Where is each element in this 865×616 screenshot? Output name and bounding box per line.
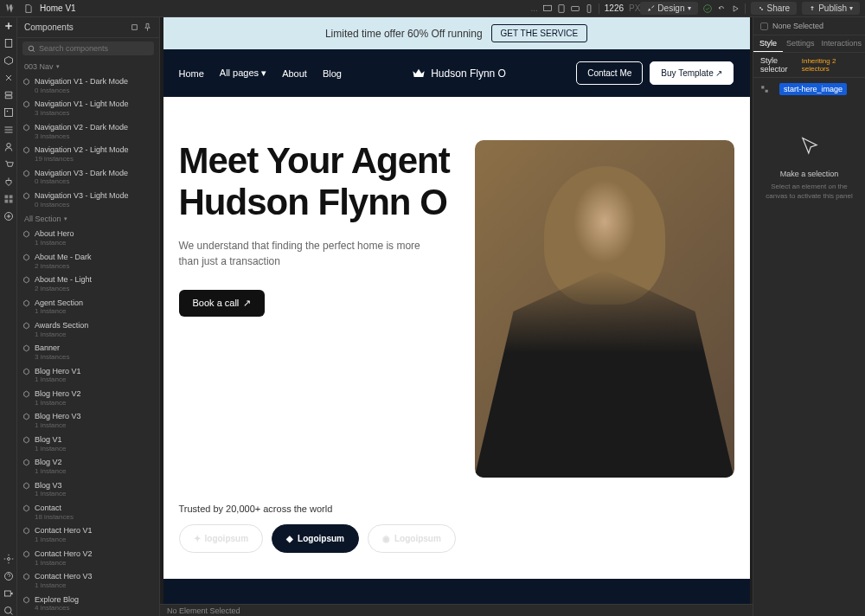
- assets-icon[interactable]: [3, 107, 14, 118]
- publish-button[interactable]: Publish▾: [802, 2, 860, 15]
- banner-cta-button[interactable]: GET THE SERVICE: [491, 24, 587, 42]
- create-component-icon[interactable]: [130, 22, 139, 32]
- canvas-width[interactable]: 1226: [605, 3, 624, 13]
- component-item[interactable]: About Hero1 instance: [17, 227, 159, 249]
- component-item[interactable]: Contact Hero V11 instance: [17, 523, 159, 546]
- search-icon: [28, 45, 35, 53]
- hero-title: Meet Your Agent Hudson Flynn O: [179, 140, 458, 224]
- selector-label: Style selector: [760, 56, 802, 74]
- logo-3: ◉ Logoipsum: [368, 524, 456, 553]
- svg-rect-3: [587, 4, 591, 12]
- component-item[interactable]: Navigation V3 - Dark Mode0 instances: [17, 166, 159, 189]
- variables-icon[interactable]: [3, 73, 14, 83]
- nav-link[interactable]: About: [282, 68, 307, 79]
- contact-button[interactable]: Contact Me: [576, 61, 643, 85]
- share-button[interactable]: Share: [751, 2, 798, 15]
- component-item[interactable]: Contact18 instances: [17, 501, 159, 523]
- components-panel: Components 003 Nav▾ Navigation V1 - Dark…: [17, 17, 160, 616]
- empty-text: Select an element on the canvas to activ…: [762, 182, 856, 201]
- tab-interactions[interactable]: Interactions: [817, 35, 865, 52]
- audit-icon[interactable]: [3, 606, 14, 616]
- svg-rect-19: [132, 25, 138, 30]
- component-item[interactable]: Blog Hero V21 instance: [17, 387, 159, 409]
- brand-logo[interactable]: Hudson Flynn O: [412, 67, 506, 80]
- promo-banner: Limited time offer 60% Off running GET T…: [163, 17, 750, 49]
- component-item[interactable]: Blog V31 instance: [17, 478, 159, 501]
- panel-title: Components: [24, 22, 74, 32]
- logo-1: ✦ logoipsum: [179, 524, 264, 553]
- settings-icon[interactable]: [3, 554, 14, 564]
- mobile-landscape-icon[interactable]: [571, 4, 580, 13]
- nav-link[interactable]: Home: [179, 68, 204, 79]
- class-selector[interactable]: start-here_image: [779, 83, 847, 95]
- canvas[interactable]: Limited time offer 60% Off running GET T…: [160, 17, 753, 604]
- mobile-icon[interactable]: [585, 4, 593, 13]
- pages-icon[interactable]: [3, 38, 14, 48]
- page-name[interactable]: Home V1: [40, 3, 76, 13]
- component-item[interactable]: Blog V11 instance: [17, 433, 159, 455]
- svg-rect-17: [4, 591, 10, 596]
- component-item[interactable]: Contact Hero V31 instance: [17, 569, 159, 592]
- users-icon[interactable]: [3, 142, 14, 152]
- component-item[interactable]: Contact Hero V21 instance: [17, 547, 159, 569]
- nav-link[interactable]: Blog: [323, 68, 342, 79]
- components-icon[interactable]: [3, 55, 14, 66]
- add-icon[interactable]: [3, 21, 14, 31]
- component-item[interactable]: Blog Hero V31 instance: [17, 409, 159, 432]
- ecommerce-icon[interactable]: [3, 159, 14, 170]
- component-item[interactable]: Blog Hero V11 instance: [17, 364, 159, 387]
- search-components[interactable]: [22, 42, 154, 55]
- hero-image: [475, 140, 734, 478]
- buy-template-button[interactable]: Buy Template ↗: [650, 61, 734, 85]
- component-item[interactable]: Agent Section1 instance: [17, 296, 159, 318]
- book-call-button[interactable]: Book a call ↗: [179, 290, 266, 317]
- svg-rect-14: [9, 200, 12, 203]
- check-icon[interactable]: [703, 4, 712, 13]
- video-icon[interactable]: [3, 588, 14, 599]
- component-item[interactable]: Navigation V1 - Dark Mode0 instances: [17, 74, 159, 97]
- canvas-unit: PX: [629, 3, 640, 13]
- search-input[interactable]: [39, 44, 149, 53]
- selector-icon: [760, 85, 769, 93]
- tab-style[interactable]: Style: [753, 35, 783, 52]
- component-item[interactable]: About Me - Dark2 instances: [17, 250, 159, 273]
- component-item[interactable]: Banner3 instances: [17, 341, 159, 363]
- svg-rect-2: [571, 6, 579, 10]
- svg-rect-8: [4, 109, 12, 117]
- component-item[interactable]: Navigation V3 - Light Mode0 instances: [17, 189, 159, 211]
- design-mode-button[interactable]: Design▾: [640, 2, 697, 15]
- svg-rect-12: [9, 196, 12, 199]
- checkbox-icon[interactable]: [760, 22, 768, 30]
- selection-indicator: None Selected: [753, 17, 865, 35]
- styles-icon[interactable]: [3, 90, 14, 100]
- component-item[interactable]: Awards Section1 instance: [17, 318, 159, 341]
- component-item[interactable]: Blog V21 instance: [17, 455, 159, 478]
- svg-point-20: [29, 46, 34, 51]
- help-icon[interactable]: [3, 571, 14, 581]
- component-item[interactable]: Explore Blog4 instances: [17, 593, 159, 615]
- tab-settings[interactable]: Settings: [783, 35, 818, 52]
- nav-link[interactable]: All pages ▾: [220, 67, 266, 79]
- component-item[interactable]: Navigation V2 - Light Mode19 instances: [17, 143, 159, 165]
- component-item[interactable]: Navigation V1 - Light Mode3 instances: [17, 97, 159, 119]
- logic-icon[interactable]: [3, 176, 14, 187]
- cms-icon[interactable]: [3, 125, 14, 135]
- webflow-logo[interactable]: [5, 3, 17, 15]
- section-nav[interactable]: 003 Nav▾: [17, 59, 159, 74]
- desktop-icon[interactable]: [543, 4, 552, 13]
- svg-point-9: [6, 111, 8, 112]
- find-icon[interactable]: [3, 211, 14, 221]
- apps-icon[interactable]: [3, 194, 14, 204]
- svg-point-4: [703, 4, 711, 12]
- tablet-icon[interactable]: [557, 4, 566, 13]
- inherit-info[interactable]: Inheriting 2 selectors: [802, 57, 858, 73]
- hero-description: We understand that finding the perfect h…: [179, 238, 421, 269]
- undo-icon[interactable]: [717, 4, 726, 13]
- preview-icon[interactable]: [731, 4, 740, 13]
- pin-icon[interactable]: [143, 22, 152, 32]
- component-item[interactable]: Navigation V2 - Dark Mode3 instances: [17, 120, 159, 143]
- trust-label: Trusted by 20,000+ across the world: [179, 504, 734, 514]
- component-item[interactable]: About Me - Light2 instances: [17, 273, 159, 295]
- section-all[interactable]: All Section▾: [17, 211, 159, 227]
- status-bar: No Element Selected: [160, 604, 753, 616]
